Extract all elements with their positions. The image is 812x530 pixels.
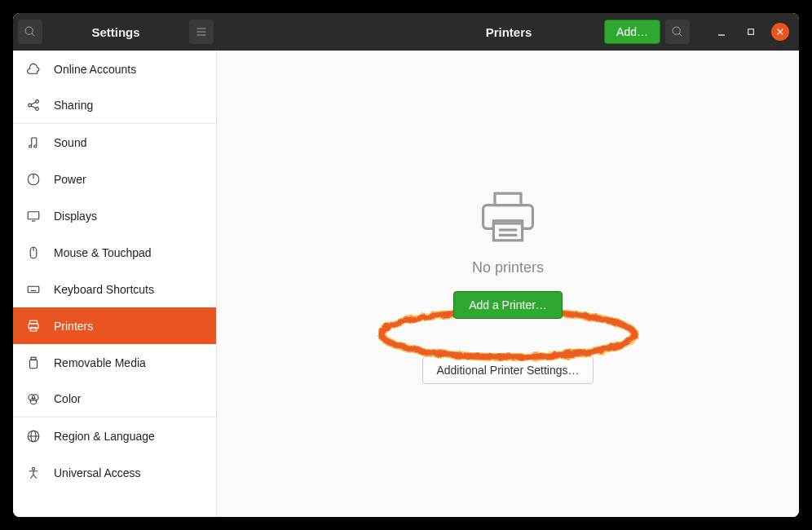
sidebar-item-removable-media[interactable]: Removable Media — [13, 344, 216, 381]
empty-state-text: No printers — [472, 259, 544, 276]
color-icon — [26, 391, 41, 406]
sidebar: Online Accounts Sharing Sound Power Disp… — [13, 51, 217, 517]
svg-rect-8 — [748, 29, 754, 35]
sidebar-item-region[interactable]: Region & Language — [13, 417, 216, 454]
cloud-icon — [26, 62, 41, 77]
accessibility-icon — [26, 466, 41, 480]
app-title: Settings — [47, 25, 184, 39]
svg-rect-33 — [30, 360, 38, 369]
globe-icon — [26, 429, 41, 444]
minimize-icon — [717, 27, 726, 37]
sidebar-item-label: Sharing — [54, 99, 93, 112]
close-button[interactable] — [771, 23, 789, 41]
sidebar-item-label: Sound — [54, 136, 86, 149]
settings-window: Settings Printers Add… — [13, 13, 799, 517]
additional-settings-button[interactable]: Additional Printer Settings… — [422, 356, 593, 384]
search-icon — [671, 25, 684, 38]
minimize-button[interactable] — [713, 23, 730, 41]
title-bar: Settings Printers Add… — [13, 13, 799, 51]
share-icon — [26, 98, 41, 113]
display-icon — [26, 209, 41, 223]
keyboard-icon — [26, 282, 41, 297]
sidebar-item-sharing[interactable]: Sharing — [13, 87, 216, 124]
sidebar-item-mouse[interactable]: Mouse & Touchpad — [13, 234, 216, 271]
sidebar-item-label: Printers — [54, 320, 93, 333]
sidebar-item-displays[interactable]: Displays — [13, 197, 216, 234]
music-icon — [26, 135, 41, 150]
sidebar-item-label: Universal Access — [54, 466, 141, 479]
svg-line-15 — [31, 106, 36, 108]
main-panel: No printers Add a Printer… Additional Pr… — [217, 51, 799, 517]
sidebar-item-label: Displays — [54, 210, 97, 223]
close-icon — [776, 28, 784, 36]
add-button[interactable]: Add… — [604, 20, 660, 44]
sidebar-item-label: Keyboard Shortcuts — [54, 283, 154, 296]
search-icon — [24, 25, 37, 38]
svg-line-44 — [33, 475, 37, 479]
svg-point-35 — [33, 395, 39, 401]
svg-rect-45 — [495, 193, 521, 205]
sidebar-item-label: Mouse & Touchpad — [54, 246, 152, 259]
header-search-button[interactable] — [665, 20, 690, 44]
sidebar-item-color[interactable]: Color — [13, 381, 216, 417]
sidebar-item-label: Power — [54, 173, 86, 186]
svg-point-12 — [36, 100, 39, 104]
sidebar-item-label: Online Accounts — [54, 63, 136, 76]
svg-rect-31 — [30, 327, 37, 331]
sidebar-item-universal-access[interactable]: Universal Access — [13, 454, 216, 491]
sidebar-item-label: Region & Language — [54, 430, 155, 443]
svg-point-17 — [34, 145, 37, 148]
sidebar-search-button[interactable] — [18, 20, 42, 44]
svg-point-16 — [29, 145, 32, 148]
svg-rect-46 — [493, 223, 522, 241]
svg-point-11 — [29, 104, 32, 107]
svg-point-36 — [30, 398, 37, 404]
hamburger-menu-button[interactable] — [189, 20, 214, 44]
power-icon — [26, 172, 41, 187]
sidebar-item-keyboard[interactable]: Keyboard Shortcuts — [13, 271, 216, 307]
printer-empty-icon — [475, 184, 541, 253]
svg-line-14 — [31, 102, 36, 104]
mouse-icon — [26, 245, 41, 260]
svg-rect-24 — [28, 286, 39, 293]
sidebar-item-label: Color — [54, 392, 81, 405]
svg-point-0 — [25, 27, 33, 34]
sidebar-item-online-accounts[interactable]: Online Accounts — [13, 51, 216, 87]
add-printer-button[interactable]: Add a Printer… — [453, 291, 563, 319]
content-area: Online Accounts Sharing Sound Power Disp… — [13, 51, 799, 517]
sidebar-item-power[interactable]: Power — [13, 161, 216, 197]
svg-point-40 — [33, 467, 35, 470]
svg-point-5 — [673, 27, 680, 34]
svg-point-13 — [36, 108, 39, 111]
printer-icon — [26, 319, 41, 333]
sidebar-item-label: Removable Media — [54, 356, 146, 369]
menu-icon — [195, 25, 208, 38]
maximize-icon — [747, 28, 755, 36]
svg-line-43 — [30, 475, 33, 479]
usb-icon — [26, 356, 41, 370]
window-controls — [706, 23, 799, 41]
svg-line-1 — [32, 33, 34, 36]
maximize-button[interactable] — [742, 23, 760, 41]
svg-line-6 — [679, 33, 682, 36]
svg-rect-20 — [28, 211, 39, 219]
sidebar-item-sound[interactable]: Sound — [13, 124, 216, 161]
sidebar-item-printers[interactable]: Printers — [13, 307, 216, 344]
